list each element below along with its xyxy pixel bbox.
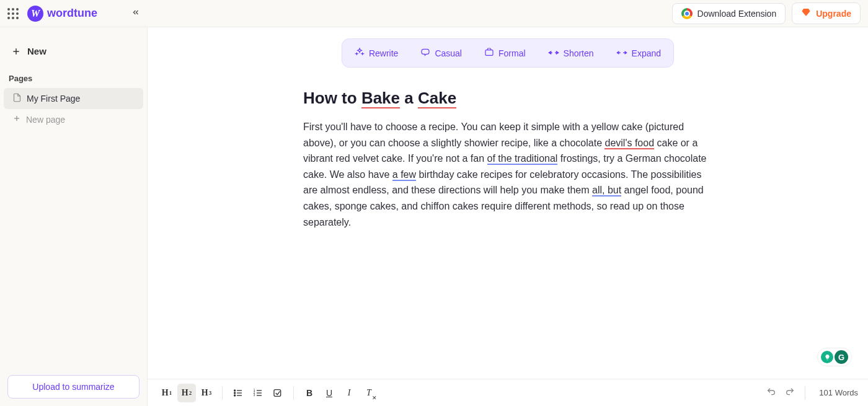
svg-rect-4: [485, 50, 493, 56]
download-extension-label: Download Extension: [698, 9, 777, 19]
numbered-list-button[interactable]: 123: [249, 384, 267, 402]
new-page-label: New page: [26, 115, 65, 125]
bullet-list-button[interactable]: [229, 384, 247, 402]
svg-point-9: [234, 395, 236, 396]
page-item[interactable]: My First Page: [4, 88, 143, 109]
undo-button[interactable]: [763, 387, 780, 399]
expand-icon: [616, 48, 627, 58]
editor-area: Rewrite Casual Formal: [148, 27, 868, 406]
upgrade-label: Upgrade: [816, 9, 851, 19]
document-title[interactable]: How to Bake a Cake: [303, 89, 712, 108]
plus-icon: [12, 114, 21, 125]
format-toolbar: H1 H2 H3 123 B U I T✕: [148, 379, 868, 406]
rewrite-button[interactable]: Rewrite: [345, 42, 408, 64]
underline-button[interactable]: U: [320, 384, 339, 402]
formal-button[interactable]: Formal: [474, 42, 536, 64]
sidebar: New Pages My First Page New page Upload …: [0, 27, 148, 406]
upgrade-button[interactable]: Upgrade: [792, 2, 861, 24]
expand-button[interactable]: Expand: [606, 42, 671, 64]
shorten-button[interactable]: Shorten: [538, 42, 604, 64]
word-count: 101 Words: [819, 388, 858, 397]
page-icon: [12, 93, 22, 104]
rewrite-toolbar: Rewrite Casual Formal: [148, 27, 868, 74]
new-label: New: [27, 46, 46, 56]
italic-button[interactable]: I: [340, 384, 358, 402]
svg-point-7: [234, 392, 236, 394]
checklist-button[interactable]: [268, 384, 287, 402]
bold-button[interactable]: B: [300, 384, 319, 402]
download-extension-button[interactable]: Download Extension: [672, 3, 786, 24]
upload-to-summarize-button[interactable]: Upload to summarize: [7, 375, 140, 399]
grammarly-widget[interactable]: G: [817, 348, 852, 366]
page-item-label: My First Page: [27, 94, 80, 104]
collapse-sidebar-button[interactable]: [131, 8, 140, 19]
document[interactable]: How to Bake a Cake First you'll have to …: [297, 89, 719, 230]
shorten-icon: [548, 48, 559, 58]
new-button[interactable]: New: [0, 40, 147, 63]
redo-button[interactable]: [781, 387, 799, 399]
sparkles-icon: [355, 47, 365, 59]
grammarly-icon: G: [835, 350, 848, 364]
clear-format-button[interactable]: T✕: [360, 384, 378, 402]
heading2-button[interactable]: H2: [177, 384, 196, 402]
chrome-icon: [681, 8, 693, 19]
brand-logo[interactable]: W wordtune: [27, 6, 97, 22]
app-header: W wordtune Download Extension Upgrade: [0, 0, 868, 27]
brand-name: wordtune: [47, 7, 97, 20]
svg-point-5: [234, 390, 236, 391]
brand-badge-icon: W: [27, 6, 43, 22]
casual-button[interactable]: Casual: [410, 42, 472, 64]
briefcase-icon: [484, 47, 494, 59]
new-page-button[interactable]: New page: [4, 109, 143, 130]
pages-section-label: Pages: [0, 63, 147, 88]
bulb-icon: [821, 351, 833, 363]
svg-text:3: 3: [254, 394, 255, 397]
document-body[interactable]: First you'll have to choose a recipe. Yo…: [303, 119, 712, 230]
heading1-button[interactable]: H1: [157, 384, 176, 402]
diamond-icon: [801, 7, 811, 19]
heading3-button[interactable]: H3: [197, 384, 216, 402]
casual-icon: [420, 47, 430, 59]
svg-rect-17: [274, 389, 281, 396]
apps-grid-icon[interactable]: [7, 8, 19, 19]
